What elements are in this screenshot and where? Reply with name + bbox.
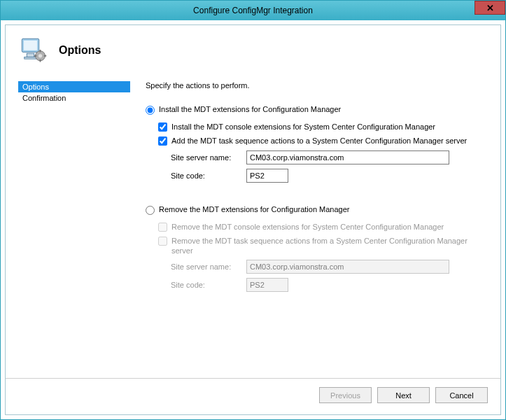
remove-site-code-label: Site code: [171, 281, 241, 289]
install-console-check-row: Install the MDT console extensions for S… [158, 122, 488, 132]
install-site-code-input[interactable] [246, 169, 288, 183]
window: Configure ConfigMgr Integration ✕ [0, 0, 506, 420]
remove-task-checkbox [158, 237, 167, 246]
remove-radio[interactable] [146, 206, 155, 215]
svg-rect-1 [24, 41, 37, 50]
sidebar-item-options[interactable]: Options [18, 81, 130, 92]
svg-rect-3 [24, 57, 37, 59]
install-radio-row: Install the MDT extensions for Configura… [146, 105, 488, 115]
install-console-check-label[interactable]: Install the MDT console extensions for S… [171, 122, 435, 132]
install-console-checkbox[interactable] [158, 122, 167, 132]
main-content: Specify the actions to perform. Install … [130, 81, 488, 378]
install-site-server-input[interactable] [246, 150, 449, 164]
cancel-button[interactable]: Cancel [435, 387, 488, 403]
body: Options Confirmation Specify the actions… [6, 81, 500, 378]
remove-site-code-row: Site code: [171, 278, 488, 292]
sidebar-item-label: Confirmation [22, 94, 66, 102]
remove-site-server-input [246, 260, 449, 274]
install-site-code-label: Site code: [171, 172, 241, 180]
svg-point-5 [38, 54, 42, 57]
remove-console-checkbox [158, 223, 167, 232]
remove-task-check-label: Remove the MDT task sequence actions fro… [171, 236, 488, 256]
remove-site-code-input [246, 278, 288, 292]
inner-frame: Options Options Confirmation Specify the… [5, 24, 501, 415]
remove-site-server-label: Site server name: [171, 262, 241, 271]
titlebar: Configure ConfigMgr Integration ✕ [1, 1, 505, 20]
install-task-checkbox[interactable] [158, 136, 167, 146]
remove-console-check-label: Remove the MDT console extensions for Sy… [171, 222, 444, 232]
sidebar-item-confirmation[interactable]: Confirmation [18, 92, 130, 104]
window-title: Configure ConfigMgr Integration [193, 6, 313, 15]
remove-console-check-row: Remove the MDT console extensions for Sy… [158, 222, 488, 232]
footer: Previous Next Cancel [6, 378, 500, 414]
install-task-check-row: Add the MDT task sequence actions to a S… [158, 136, 488, 146]
install-site-code-row: Site code: [171, 169, 488, 183]
next-button[interactable]: Next [377, 387, 430, 403]
install-site-server-label: Site server name: [171, 153, 241, 162]
remove-radio-label[interactable]: Remove the MDT extensions for Configurat… [159, 205, 350, 214]
remove-radio-row: Remove the MDT extensions for Configurat… [146, 205, 488, 215]
computer-gear-icon [18, 35, 48, 66]
remove-task-check-row: Remove the MDT task sequence actions fro… [158, 236, 488, 256]
sidebar-item-label: Options [22, 83, 49, 91]
install-radio-label[interactable]: Install the MDT extensions for Configura… [159, 105, 341, 113]
install-radio[interactable] [146, 106, 155, 115]
svg-rect-2 [27, 53, 34, 57]
header: Options [6, 25, 500, 81]
close-button[interactable]: ✕ [475, 1, 505, 15]
remove-site-server-row: Site server name: [171, 260, 488, 274]
close-icon: ✕ [486, 3, 494, 13]
instruction-text: Specify the actions to perform. [146, 81, 488, 90]
install-task-check-label[interactable]: Add the MDT task sequence actions to a S… [171, 136, 467, 146]
page-title: Options [59, 44, 101, 57]
previous-button: Previous [319, 387, 372, 403]
sidebar: Options Confirmation [18, 81, 130, 378]
install-site-server-row: Site server name: [171, 150, 488, 164]
